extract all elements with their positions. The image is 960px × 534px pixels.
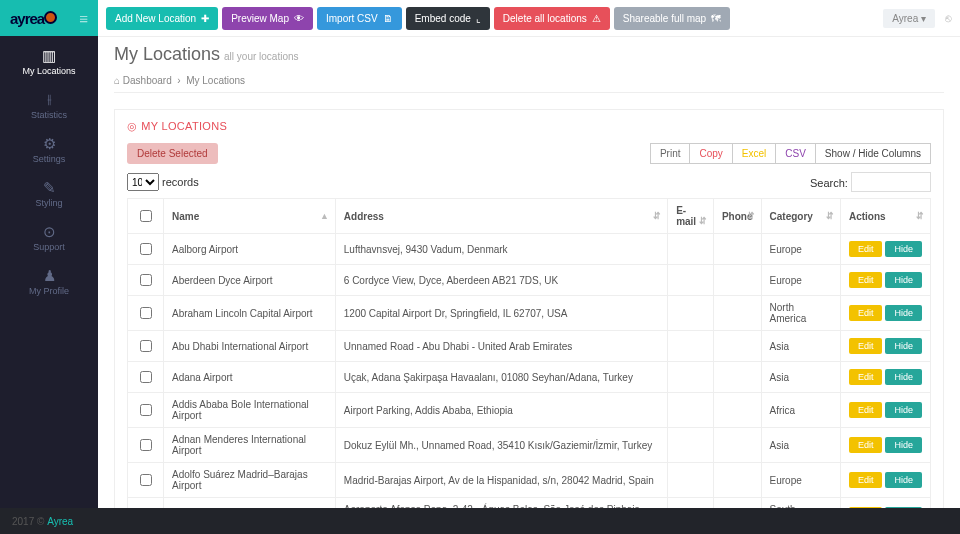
- locations-panel: ◎MY LOCATIONS Delete Selected Print Copy…: [114, 109, 944, 508]
- col-email[interactable]: E-mail⇵: [668, 199, 714, 234]
- embed-code-button[interactable]: Embed code⌞: [406, 7, 490, 30]
- breadcrumb-current[interactable]: My Locations: [186, 75, 245, 86]
- cell-category: Asia: [761, 428, 840, 463]
- sidebar-item-my-locations[interactable]: ▥My Locations: [0, 42, 98, 86]
- edit-button[interactable]: Edit: [849, 472, 883, 488]
- cell-name: Aalborg Airport: [164, 234, 336, 265]
- col-name[interactable]: Name▲: [164, 199, 336, 234]
- hide-button[interactable]: Hide: [885, 437, 922, 453]
- cell-category: Africa: [761, 393, 840, 428]
- sidebar-item-label: My Profile: [0, 286, 98, 296]
- cell-email: [668, 296, 714, 331]
- table-row: Afonso Pena AirportAeroporto Afonso Pena…: [128, 498, 931, 509]
- user-menu[interactable]: Ayrea ▾: [883, 9, 935, 28]
- sidebar: ayrea ≡ ▥My Locations⫲Statistics⚙Setting…: [0, 0, 98, 508]
- sidebar-icon: ⚙: [0, 136, 98, 152]
- delete-selected-button[interactable]: Delete Selected: [127, 143, 218, 164]
- row-checkbox[interactable]: [140, 404, 152, 416]
- row-checkbox[interactable]: [140, 474, 152, 486]
- sidebar-item-support[interactable]: ⊙Support: [0, 218, 98, 262]
- preview-map-button[interactable]: Preview Map👁: [222, 7, 313, 30]
- hide-button[interactable]: Hide: [885, 369, 922, 385]
- cell-email: [668, 362, 714, 393]
- cell-address: Aeroporto Afonso Pena, 2-42 - Águas Bela…: [335, 498, 667, 509]
- plus-icon: ✚: [201, 13, 209, 24]
- show-hide-columns-button[interactable]: Show / Hide Columns: [815, 143, 931, 164]
- warning-icon: ⚠: [592, 13, 601, 24]
- add-new-location-button[interactable]: Add New Location✚: [106, 7, 218, 30]
- sidebar-icon: ⊙: [0, 224, 98, 240]
- sidebar-icon: ⫲: [0, 92, 98, 108]
- hamburger-icon[interactable]: ≡: [79, 10, 88, 27]
- cell-email: [668, 393, 714, 428]
- cell-email: [668, 498, 714, 509]
- cell-address: 6 Cordyce View, Dyce, Aberdeen AB21 7DS,…: [335, 265, 667, 296]
- row-checkbox[interactable]: [140, 439, 152, 451]
- row-checkbox[interactable]: [140, 371, 152, 383]
- select-all-checkbox[interactable]: [140, 210, 152, 222]
- sidebar-item-styling[interactable]: ✎Styling: [0, 174, 98, 218]
- sidebar-item-my-profile[interactable]: ♟My Profile: [0, 262, 98, 306]
- edit-button[interactable]: Edit: [849, 272, 883, 288]
- col-address[interactable]: Address⇵: [335, 199, 667, 234]
- edit-button[interactable]: Edit: [849, 338, 883, 354]
- row-checkbox[interactable]: [140, 307, 152, 319]
- cell-category: North America: [761, 296, 840, 331]
- hide-button[interactable]: Hide: [885, 402, 922, 418]
- hide-button[interactable]: Hide: [885, 272, 922, 288]
- edit-button[interactable]: Edit: [849, 241, 883, 257]
- file-icon: 🗎: [383, 13, 393, 24]
- select-all-header[interactable]: [128, 199, 164, 234]
- row-checkbox[interactable]: [140, 340, 152, 352]
- map-pin-icon: [44, 11, 57, 24]
- sidebar-icon: ▥: [0, 48, 98, 64]
- col-actions[interactable]: Actions⇵: [840, 199, 930, 234]
- col-category[interactable]: Category⇵: [761, 199, 840, 234]
- hide-button[interactable]: Hide: [885, 241, 922, 257]
- edit-button[interactable]: Edit: [849, 437, 883, 453]
- edit-button[interactable]: Edit: [849, 369, 883, 385]
- breadcrumb-dashboard[interactable]: Dashboard: [123, 75, 172, 86]
- csv-button[interactable]: CSV: [775, 143, 816, 164]
- sort-asc-icon: ▲: [320, 211, 329, 221]
- row-checkbox[interactable]: [140, 274, 152, 286]
- page-length-select[interactable]: 10: [127, 173, 159, 191]
- edit-button[interactable]: Edit: [849, 305, 883, 321]
- logo-text: ayrea: [10, 10, 57, 27]
- sidebar-item-statistics[interactable]: ⫲Statistics: [0, 86, 98, 130]
- cell-name: Afonso Pena Airport: [164, 498, 336, 509]
- hide-button[interactable]: Hide: [885, 472, 922, 488]
- cell-email: [668, 463, 714, 498]
- excel-button[interactable]: Excel: [732, 143, 776, 164]
- sidebar-item-label: Settings: [0, 154, 98, 164]
- copy-button[interactable]: Copy: [689, 143, 732, 164]
- sidebar-icon: ✎: [0, 180, 98, 196]
- table-row: Adolfo Suárez Madrid–Barajas AirportMadr…: [128, 463, 931, 498]
- cell-category: Europe: [761, 234, 840, 265]
- cell-address: 1200 Capital Airport Dr, Springfield, IL…: [335, 296, 667, 331]
- code-icon: ⌞: [476, 13, 481, 24]
- sidebar-item-label: My Locations: [0, 66, 98, 76]
- footer-brand-link[interactable]: Ayrea: [47, 516, 73, 527]
- cell-name: Adana Airport: [164, 362, 336, 393]
- sidebar-item-settings[interactable]: ⚙Settings: [0, 130, 98, 174]
- cell-name: Aberdeen Dyce Airport: [164, 265, 336, 296]
- logout-icon[interactable]: ⎋: [945, 12, 952, 24]
- main-content: My Locationsall your locations ⌂ Dashboa…: [98, 36, 960, 508]
- cell-name: Adnan Menderes International Airport: [164, 428, 336, 463]
- col-phone[interactable]: Phone⇵: [713, 199, 761, 234]
- sidebar-item-label: Support: [0, 242, 98, 252]
- hide-button[interactable]: Hide: [885, 305, 922, 321]
- search-input[interactable]: [851, 172, 931, 192]
- hide-button[interactable]: Hide: [885, 338, 922, 354]
- shareable-full-map-button[interactable]: Shareable full map🗺: [614, 7, 730, 30]
- cell-category: Europe: [761, 265, 840, 296]
- home-icon: ⌂: [114, 75, 120, 86]
- cell-email: [668, 234, 714, 265]
- delete-all-locations-button[interactable]: Delete all locations⚠: [494, 7, 610, 30]
- import-csv-button[interactable]: Import CSV🗎: [317, 7, 402, 30]
- row-checkbox[interactable]: [140, 243, 152, 255]
- print-button[interactable]: Print: [650, 143, 691, 164]
- sort-icon: ⇵: [699, 216, 707, 226]
- edit-button[interactable]: Edit: [849, 402, 883, 418]
